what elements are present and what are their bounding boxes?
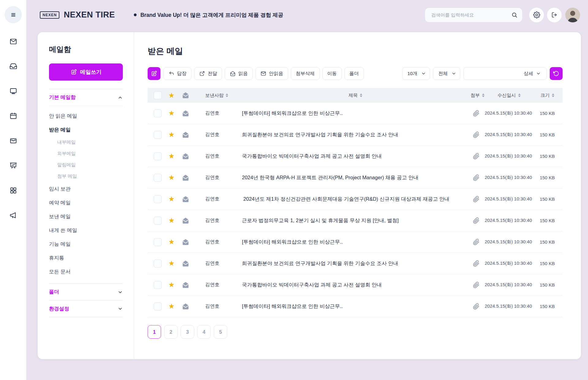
sidebar-item-unread[interactable]: 안 읽은 메일 xyxy=(49,109,123,123)
select-all-checkbox[interactable] xyxy=(154,91,162,99)
sidebar-item-internal[interactable]: 내부메일 xyxy=(49,137,123,148)
page-2[interactable]: 2 xyxy=(164,325,178,339)
star-icon[interactable]: ★ xyxy=(168,131,175,138)
rail-item-wallet[interactable] xyxy=(9,137,17,145)
star-icon[interactable]: ★ xyxy=(168,110,175,117)
sidebar-item-scheduled[interactable]: 예약 메일 xyxy=(49,196,123,210)
table-row[interactable]: ★ 김연호 2024년도 제1차 정신건강관련 사회문제대응 기술연구(R&D)… xyxy=(148,188,563,210)
star-icon[interactable]: ★ xyxy=(168,217,175,224)
refresh-button[interactable] xyxy=(550,67,563,80)
rail-item-inbox[interactable] xyxy=(9,62,17,70)
star-icon[interactable]: ★ xyxy=(168,303,175,310)
mail-open-icon[interactable] xyxy=(182,152,190,160)
header-sender[interactable]: 보낸사람 xyxy=(193,93,242,98)
mail-open-icon[interactable] xyxy=(182,217,190,225)
sidebar-item-sent[interactable]: 보낸 메일 xyxy=(49,210,123,223)
mail-open-icon[interactable] xyxy=(182,131,190,139)
subject[interactable]: 근로자 법정의무교육 1, 2분기 실시 및 휴게물품 무상 지원 [안내, 별… xyxy=(242,217,399,224)
section-settings[interactable]: 환경설정 xyxy=(49,300,123,317)
mail-open-icon[interactable] xyxy=(182,174,190,182)
row-checkbox[interactable] xyxy=(154,195,162,203)
row-checkbox[interactable] xyxy=(154,217,162,225)
avatar[interactable] xyxy=(565,8,580,22)
mail-open-icon[interactable] xyxy=(182,281,190,289)
header-size[interactable]: 크기 xyxy=(532,93,563,98)
mail-open-icon[interactable] xyxy=(182,91,190,99)
search-input[interactable] xyxy=(431,12,511,18)
table-row[interactable]: ★ 김연호 국가통합바이오 빅데이터구축사업 과제 공고 사전 설명회 안내 2… xyxy=(148,274,563,296)
subject[interactable]: [투썸데이타] 해외워크샵으로 인한 비상근무.. xyxy=(242,239,343,245)
toolbar-button-unread[interactable]: 안읽음 xyxy=(255,67,288,80)
sidebar-item-attach[interactable]: 첨부 메일 xyxy=(49,171,123,182)
star-icon[interactable]: ★ xyxy=(168,174,175,181)
sidebar-item-to-me[interactable]: 내게 쓴 메일 xyxy=(49,223,123,237)
star-icon[interactable]: ★ xyxy=(168,238,175,245)
rail-item-board[interactable] xyxy=(9,162,17,170)
toolbar-button-read[interactable]: 읽음 xyxy=(225,67,253,80)
star-icon[interactable]: ★ xyxy=(168,153,175,160)
scope-select[interactable]: 전체 xyxy=(433,67,460,80)
settings-button[interactable] xyxy=(529,8,544,22)
section-folders[interactable]: 폴더 xyxy=(49,283,123,300)
subject[interactable]: 희귀질환분야 보건의료 연구개발사업 기획을 위한 기술수요 조사 안내 xyxy=(242,260,398,267)
subject[interactable]: 희귀질환분야 보건의료 연구개발사업 기획을 위한 기술수요 조사 안내 xyxy=(242,131,398,138)
mail-open-icon[interactable] xyxy=(182,238,190,246)
page-1[interactable]: 1 xyxy=(148,325,161,339)
header-date[interactable]: 수신일시 xyxy=(486,93,532,98)
mail-open-icon[interactable] xyxy=(182,260,190,268)
section-default-mailbox[interactable]: 기본 메일함 xyxy=(49,89,123,106)
row-checkbox[interactable] xyxy=(154,260,162,268)
rail-item-monitor[interactable] xyxy=(9,87,17,95)
subject[interactable]: [투썸데이타] 해외워크샵으로 인한 비상근무.. xyxy=(242,303,343,310)
row-checkbox[interactable] xyxy=(154,152,162,160)
mail-open-icon[interactable] xyxy=(182,109,190,117)
rail-item-megaphone[interactable] xyxy=(9,211,17,219)
rail-item-mail[interactable] xyxy=(9,37,17,46)
page-5[interactable]: 5 xyxy=(214,325,227,339)
subject[interactable]: 국가통합바이오 빅데이터구축사업 과제 공고 사전 설명회 안내 xyxy=(242,282,382,288)
toolbar-button-move[interactable]: 이동 xyxy=(322,67,342,80)
row-checkbox[interactable] xyxy=(154,238,162,246)
star-icon[interactable]: ★ xyxy=(168,260,175,267)
page-3[interactable]: 3 xyxy=(181,325,194,339)
row-checkbox[interactable] xyxy=(154,174,162,182)
mail-open-icon[interactable] xyxy=(182,302,190,310)
subject[interactable]: 국가통합바이오 빅데이터구축사업 과제 공고 사전 설명회 안내 xyxy=(242,153,382,160)
toolbar-button-folder[interactable]: 폴더 xyxy=(345,67,364,80)
table-row[interactable]: ★ 김연호 국가통합바이오 빅데이터구축사업 과제 공고 사전 설명회 안내 2… xyxy=(148,146,563,167)
sidebar-item-inbox[interactable]: 받은 메일 xyxy=(49,123,123,137)
table-row[interactable]: ★ 김연호 근로자 법정의무교육 1, 2분기 실시 및 휴게물품 무상 지원 … xyxy=(148,210,563,231)
compose-icon-button[interactable] xyxy=(148,67,160,80)
mail-open-icon[interactable] xyxy=(182,195,190,203)
rail-item-apps[interactable] xyxy=(9,186,17,195)
page-4[interactable]: 4 xyxy=(197,325,211,339)
page-size-select[interactable]: 10개 xyxy=(402,67,430,80)
table-row[interactable]: ★ 김연호 2024년 한국형 ARPA-H 프로젝트 관리자(PM, Proj… xyxy=(148,167,563,188)
detail-search-input[interactable] xyxy=(468,71,522,77)
row-checkbox[interactable] xyxy=(154,302,162,310)
logout-button[interactable] xyxy=(547,8,562,22)
sidebar-item-draft[interactable]: 임시 보관 xyxy=(49,182,123,196)
menu-button[interactable] xyxy=(5,6,22,23)
star-icon[interactable]: ★ xyxy=(168,281,175,288)
detail-select[interactable]: 상세 xyxy=(522,70,543,77)
toolbar-button-reply[interactable]: 답장 xyxy=(164,67,191,80)
row-checkbox[interactable] xyxy=(154,109,162,117)
table-row[interactable]: ★ 김연호 희귀질환분야 보건의료 연구개발사업 기획을 위한 기술수요 조사 … xyxy=(148,124,563,146)
row-checkbox[interactable] xyxy=(154,131,162,139)
star-column-icon[interactable]: ★ xyxy=(168,92,175,99)
sidebar-item-function[interactable]: 기능 메일 xyxy=(49,237,123,251)
sidebar-item-all-docs[interactable]: 모든 문서 xyxy=(49,265,123,279)
compose-button[interactable]: 메일쓰기 xyxy=(49,63,123,81)
sidebar-item-notice[interactable]: 알림메일 xyxy=(49,159,123,171)
subject[interactable]: 2024년 한국형 ARPA-H 프로젝트 관리자(PM, Project Ma… xyxy=(242,174,418,181)
rail-item-calendar[interactable] xyxy=(9,112,17,120)
sidebar-item-external[interactable]: 외부메일 xyxy=(49,148,123,159)
row-checkbox[interactable] xyxy=(154,281,162,289)
star-icon[interactable]: ★ xyxy=(168,196,175,203)
table-row[interactable]: ★ 김연호 [투썸데이타] 해외워크샵으로 인한 비상근무.. 2024.5.1… xyxy=(148,296,563,317)
search-icon[interactable] xyxy=(511,12,518,18)
table-row[interactable]: ★ 김연호 희귀질환분야 보건의료 연구개발사업 기획을 위한 기술수요 조사 … xyxy=(148,253,563,274)
table-row[interactable]: ★ 김연호 [투썸데이타] 해외워크샵으로 인한 비상근무.. 2024.5.1… xyxy=(148,103,563,124)
subject[interactable]: 2024년도 제1차 정신건강관련 사회문제대응 기술연구(R&D) 신규지원 … xyxy=(242,196,449,203)
